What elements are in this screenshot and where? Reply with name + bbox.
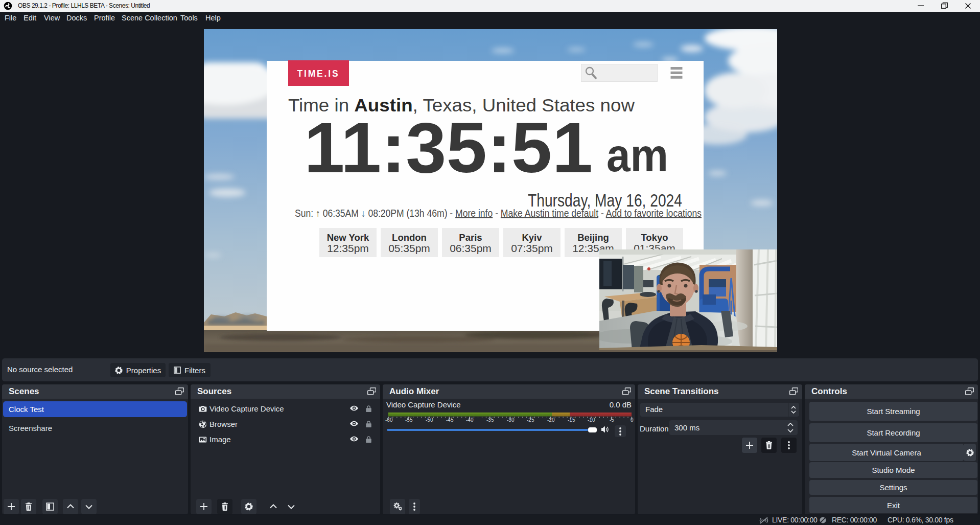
svg-text:-25: -25 [527, 417, 534, 423]
svg-text:-40: -40 [466, 417, 474, 423]
svg-text:-30: -30 [507, 417, 515, 423]
svg-text:07:35pm: 07:35pm [511, 242, 553, 254]
svg-text:Tokyo: Tokyo [641, 232, 668, 243]
svg-text:06:35pm: 06:35pm [450, 242, 492, 254]
svg-text:-45: -45 [446, 417, 454, 423]
svg-text:Sun: ↑ 06:35AM ↓ 08:20PM (13h: Sun: ↑ 06:35AM ↓ 08:20PM (13h 46m) - Mor… [295, 208, 702, 219]
svg-text:-10: -10 [588, 417, 595, 423]
svg-text:-20: -20 [547, 417, 555, 423]
svg-text:-50: -50 [426, 417, 433, 423]
svg-text:TIME.IS: TIME.IS [297, 69, 340, 79]
svg-text:-5: -5 [610, 417, 614, 423]
svg-text:11:35:51: 11:35:51 [304, 108, 593, 187]
svg-text:0: 0 [631, 417, 634, 423]
svg-text:Kyiv: Kyiv [522, 232, 542, 243]
svg-text:12:35pm: 12:35pm [327, 242, 369, 254]
svg-text:London: London [392, 232, 427, 243]
svg-text:-15: -15 [568, 417, 575, 423]
svg-text:Paris: Paris [459, 232, 482, 243]
svg-text:Beijing: Beijing [577, 232, 609, 243]
svg-text:-35: -35 [486, 417, 494, 423]
svg-text:New York: New York [327, 232, 369, 243]
svg-text:-55: -55 [405, 417, 413, 423]
svg-text:am: am [606, 130, 668, 181]
svg-text:05:35pm: 05:35pm [388, 242, 430, 254]
svg-text:-60: -60 [385, 417, 393, 423]
